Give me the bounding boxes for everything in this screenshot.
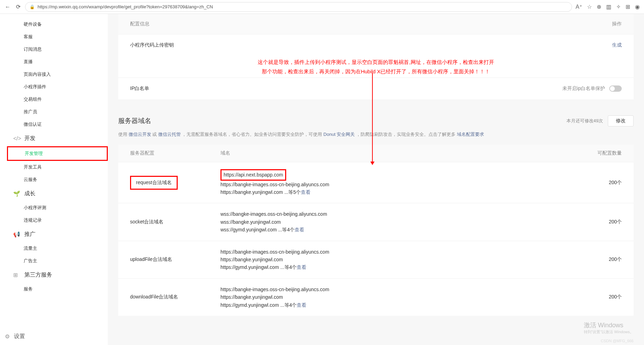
donut-link[interactable]: Donut 安全网关 bbox=[323, 132, 355, 137]
domain-type-label: request合法域名 bbox=[130, 176, 178, 190]
annotation-text: 这个就是导致，插件上传到小程序测试，显示空白页面的罪魁祸首,网址，在微信小程序，… bbox=[118, 56, 634, 77]
domain-count: 200个 bbox=[580, 294, 622, 300]
domain-list: https://api.next.bspapp.comhttps://bangk… bbox=[220, 169, 580, 196]
sidebar-item[interactable]: 流量主 bbox=[7, 242, 108, 255]
row-label: 小程序代码上传密钥 bbox=[130, 42, 174, 48]
sidebar-group-label: 开发 bbox=[24, 135, 35, 142]
favorite-icon[interactable]: ☆ bbox=[587, 3, 592, 10]
extension-icon[interactable]: ⊕ bbox=[597, 3, 601, 10]
domain-type-label: downloadFile合法域名 bbox=[130, 294, 178, 299]
card-header-right: 操作 bbox=[612, 21, 622, 27]
sidebar-group-dev[interactable]: </>开发 bbox=[7, 131, 108, 146]
row-right: 未开启ip白名单保护 bbox=[562, 85, 622, 92]
sidebar-item[interactable]: 客服 bbox=[7, 31, 108, 43]
browser-actions: A⁺ ☆ ⊕ ▥ ✧ ⊞ ◉ bbox=[575, 3, 640, 10]
sidebar-group-third[interactable]: ⊞第三方服务 bbox=[7, 267, 108, 283]
sidebar-item[interactable]: 直播 bbox=[7, 56, 108, 68]
table-row: uploadFile合法域名https://bangke-images.oss-… bbox=[118, 241, 634, 278]
table-row: downloadFile合法域名https://bangke-images.os… bbox=[118, 278, 634, 316]
sidebar-item[interactable]: 小程序评测 bbox=[7, 202, 108, 214]
sidebar-item[interactable]: 违规记录 bbox=[7, 214, 108, 227]
th-config: 服务器配置 bbox=[130, 150, 220, 156]
whitelist-status: 未开启ip白名单保护 bbox=[562, 85, 605, 91]
domain-type-label: uploadFile合法域名 bbox=[130, 256, 172, 262]
more-icon[interactable]: ⊞ bbox=[626, 3, 630, 10]
sidebar-item[interactable]: 云服务 bbox=[7, 173, 108, 186]
sidebar-icon[interactable]: ▥ bbox=[606, 3, 611, 10]
domain-table: 服务器配置 域名 可配置数量 request合法域名https://api.ne… bbox=[118, 145, 634, 316]
sidebar-item[interactable]: 订阅消息 bbox=[7, 43, 108, 56]
th-domain: 域名 bbox=[220, 150, 580, 156]
ip-whitelist-row: IP白名单 未开启ip白名单保护 bbox=[118, 77, 634, 99]
sidebar-item[interactable]: 开发管理 bbox=[7, 146, 108, 161]
sidebar-item[interactable]: 小程序插件 bbox=[7, 81, 108, 93]
table-header: 服务器配置 域名 可配置数量 bbox=[118, 145, 634, 162]
sidebar: 硬件设备客服订阅消息直播页面内容接入小程序插件交易组件推广员微信认证 </>开发… bbox=[0, 14, 108, 345]
settings-label: 设置 bbox=[14, 333, 25, 340]
card-header-left: 配置信息 bbox=[130, 21, 150, 27]
domain-config-link[interactable]: 域名配置要求 bbox=[457, 132, 484, 137]
sidebar-item[interactable]: 交易组件 bbox=[7, 93, 108, 106]
sidebar-item[interactable]: 页面内容接入 bbox=[7, 68, 108, 81]
address-bar[interactable]: 🔒 https://mp.weixin.qq.com/wxamp/devprof… bbox=[25, 2, 572, 12]
sidebar-group-promo[interactable]: 📢推广 bbox=[7, 227, 108, 242]
sidebar-group-label: 推广 bbox=[24, 231, 35, 238]
sidebar-group-label: 成长 bbox=[24, 190, 35, 197]
modify-button[interactable]: 修改 bbox=[608, 115, 634, 126]
cloud-dev-link[interactable]: 微信云开发 bbox=[129, 132, 151, 137]
sidebar-item[interactable]: 微信认证 bbox=[7, 118, 108, 131]
code-icon: </> bbox=[13, 135, 20, 142]
sidebar-group-settings[interactable]: ⚙ 设置 bbox=[5, 333, 25, 340]
sidebar-item[interactable]: 推广员 bbox=[7, 106, 108, 118]
th-count: 可配置数量 bbox=[580, 150, 622, 156]
view-more-link[interactable]: 查看 bbox=[295, 227, 304, 232]
domain-count: 200个 bbox=[580, 256, 622, 263]
back-button[interactable]: ← bbox=[4, 3, 11, 10]
section-description: 使用 微信云开发 或 微信云托管 ，无需配置服务器域名，省心省力。如业务访问需要… bbox=[118, 130, 634, 145]
view-more-link[interactable]: 查看 bbox=[297, 264, 306, 270]
lock-icon: 🔒 bbox=[30, 5, 35, 9]
domain-count: 200个 bbox=[580, 180, 622, 186]
card-header: 配置信息 操作 bbox=[118, 14, 634, 34]
collections-icon[interactable]: ✧ bbox=[616, 3, 621, 10]
main-content: 配置信息 操作 小程序代码上传密钥 生成 这个就是导致，插件上传到小程序测试，显… bbox=[108, 14, 644, 345]
profile-icon[interactable]: ◉ bbox=[635, 3, 640, 10]
reader-icon[interactable]: A⁺ bbox=[575, 3, 582, 10]
domain-count: 200个 bbox=[580, 219, 622, 225]
sidebar-item[interactable]: 广告主 bbox=[7, 255, 108, 267]
browser-toolbar: ← ⟳ 🔒 https://mp.weixin.qq.com/wxamp/dev… bbox=[0, 0, 644, 14]
domain-section: 服务器域名 本月还可修改49次 修改 使用 微信云开发 或 微信云托管 ，无需配… bbox=[118, 106, 634, 316]
domain-type-label: socket合法域名 bbox=[130, 219, 163, 224]
refresh-button[interactable]: ⟳ bbox=[15, 3, 22, 10]
grid-icon: ⊞ bbox=[13, 272, 20, 278]
section-title: 服务器域名 bbox=[118, 116, 151, 125]
sidebar-item[interactable]: 服务 bbox=[7, 283, 108, 295]
sidebar-item[interactable]: 硬件设备 bbox=[7, 18, 108, 31]
view-more-link[interactable]: 查看 bbox=[301, 189, 311, 195]
leaf-icon: 🌱 bbox=[13, 190, 20, 197]
config-card: 配置信息 操作 小程序代码上传密钥 生成 这个就是导致，插件上传到小程序测试，显… bbox=[118, 14, 634, 99]
sidebar-item[interactable]: 开发工具 bbox=[7, 161, 108, 173]
url-text: https://mp.weixin.qq.com/wxamp/devprofil… bbox=[38, 4, 567, 9]
domain-list: https://bangke-images.oss-cn-beijing.ali… bbox=[220, 286, 580, 309]
table-row: socket合法域名wss://bangke-images.oss-cn-bei… bbox=[118, 203, 634, 240]
sidebar-group-label: 第三方服务 bbox=[24, 271, 52, 279]
whitelist-toggle[interactable] bbox=[609, 85, 622, 92]
upload-key-row: 小程序代码上传密钥 生成 bbox=[118, 34, 634, 56]
domain-list: https://bangke-images.oss-cn-beijing.ali… bbox=[220, 248, 580, 271]
gear-icon: ⚙ bbox=[5, 333, 10, 340]
generate-link[interactable]: 生成 bbox=[612, 42, 622, 48]
sidebar-group-growth[interactable]: 🌱成长 bbox=[7, 186, 108, 202]
row-label: IP白名单 bbox=[130, 85, 149, 92]
view-more-link[interactable]: 查看 bbox=[297, 302, 306, 308]
cloud-host-link[interactable]: 微信云托管 bbox=[158, 132, 181, 137]
modify-remaining: 本月还可修改49次 bbox=[566, 118, 603, 124]
table-row: request合法域名https://api.next.bspapp.comht… bbox=[118, 162, 634, 203]
domain-list: wss://bangke-images.oss-cn-beijing.aliyu… bbox=[220, 210, 580, 233]
megaphone-icon: 📢 bbox=[13, 231, 20, 238]
